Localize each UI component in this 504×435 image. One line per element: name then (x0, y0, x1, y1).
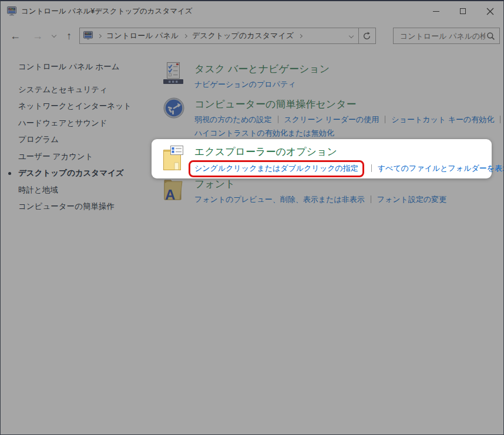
navigation-bar: ← → ↑ コントロール パネル デスクトップのカスタマイズ (1, 21, 503, 50)
category-title-explorer-options[interactable]: エクスプローラーのオプション (194, 145, 337, 159)
task-link-high-contrast[interactable]: ハイコントラストの有効化または無効化 (194, 129, 334, 137)
task-links: 弱視の方のための設定スクリーン リーダーの使用ショートカット キーの有効化 (194, 114, 504, 125)
category-ease-of-access-center: コンピューターの簡単操作センター 弱視の方のための設定スクリーン リーダーの使用… (163, 97, 504, 139)
chevron-right-icon[interactable] (98, 33, 102, 38)
refresh-icon (362, 32, 371, 41)
titlebar: コントロール パネル¥デスクトップのカスタマイズ (1, 1, 503, 21)
task-link-single-double-click[interactable]: シングルクリックまたはダブルクリックの指定 (194, 164, 358, 173)
ease-of-access-icon (163, 97, 184, 139)
sidebar-item-label: ユーザー アカウント (18, 151, 93, 162)
search-icon[interactable] (486, 32, 495, 41)
link-separator (278, 116, 278, 123)
search-input[interactable] (399, 31, 486, 41)
sidebar-item-user-accounts[interactable]: ユーザー アカウント (18, 149, 132, 166)
task-links: ナビゲーションのプロパティ (194, 79, 330, 90)
sidebar-item-clock-region[interactable]: 時計と地域 (18, 182, 132, 199)
maximize-icon (460, 8, 466, 14)
highlight-explorer-options: エクスプローラーのオプション シングルクリックまたはダブルクリックの指定すべての… (152, 139, 492, 178)
link-separator (371, 195, 371, 203)
task-link-low-vision-settings[interactable]: 弱視の方のための設定 (194, 115, 272, 124)
task-links: ハイコントラストの有効化または無効化 (194, 128, 504, 139)
window-controls (422, 1, 503, 21)
active-bullet-icon (8, 172, 11, 175)
sidebar-item-desktop-customization[interactable]: デスクトップのカスタマイズ (18, 165, 132, 182)
refresh-button[interactable] (358, 28, 374, 43)
search-box (393, 28, 500, 44)
minimize-icon (433, 11, 439, 12)
sidebar: コントロール パネル ホーム システムとセキュリティ ネットワークとインターネッ… (18, 59, 132, 215)
control-panel-window: コントロール パネル¥デスクトップのカスタマイズ ← → ↑ (0, 0, 504, 435)
sidebar-item-network-internet[interactable]: ネットワークとインターネット (18, 98, 132, 115)
task-link-show-all-files-folders[interactable]: すべてのファイルとフォルダーを表示 (378, 164, 504, 173)
task-links: フォントのプレビュー、削除、表示または非表示フォント設定の変更 (194, 194, 446, 205)
category-title-ease-of-access-center[interactable]: コンピューターの簡単操作センター (194, 97, 357, 111)
link-separator (385, 116, 385, 123)
sidebar-item-label: システムとセキュリティ (18, 85, 107, 95)
sidebar-item-home[interactable]: コントロール パネル ホーム (18, 59, 132, 76)
recent-pages-chevron-icon[interactable] (52, 32, 56, 37)
breadcrumb: コントロール パネル デスクトップのカスタマイズ (83, 31, 347, 41)
close-button[interactable] (476, 1, 503, 21)
category-fonts: A フォント フォントのプレビュー、削除、表示または非表示フォント設定の変更 (163, 177, 446, 205)
sidebar-item-label: プログラム (18, 134, 59, 145)
address-bar-end (347, 28, 374, 43)
close-icon (486, 8, 494, 15)
link-separator (500, 116, 500, 123)
chevron-right-icon[interactable] (298, 33, 303, 38)
control-panel-icon (83, 31, 93, 41)
task-link-font-settings[interactable]: フォント設定の変更 (377, 195, 447, 204)
fonts-icon: A (163, 177, 184, 205)
sidebar-item-programs[interactable]: プログラム (18, 131, 132, 149)
sidebar-item-system-security[interactable]: システムとセキュリティ (18, 82, 132, 99)
category-title-fonts[interactable]: フォント (194, 177, 236, 191)
window-title: コントロール パネル¥デスクトップのカスタマイズ (21, 6, 193, 16)
back-button[interactable]: ← (10, 31, 21, 41)
explorer-options-icon (163, 145, 184, 174)
forward-button[interactable]: → (32, 31, 43, 41)
sidebar-item-ease-of-access[interactable]: コンピューターの簡単操作 (18, 198, 132, 215)
content-area: コントロール パネル ホーム システムとセキュリティ ネットワークとインターネッ… (1, 50, 503, 434)
address-bar[interactable]: コントロール パネル デスクトップのカスタマイズ (79, 28, 376, 44)
sidebar-item-label: ネットワークとインターネット (18, 101, 132, 112)
sidebar-item-label: デスクトップのカスタマイズ (18, 168, 124, 178)
maximize-button[interactable] (449, 1, 476, 21)
up-button[interactable]: ↑ (66, 31, 72, 41)
link-separator (371, 164, 372, 172)
red-highlight-box: シングルクリックまたはダブルクリックの指定 (189, 160, 364, 177)
sidebar-item-label: ハードウェアとサウンド (18, 118, 107, 129)
breadcrumb-desktop-customization[interactable]: デスクトップのカスタマイズ (192, 31, 294, 41)
address-dropdown-chevron-icon[interactable] (349, 33, 354, 38)
sidebar-item-label: コンピューターの簡単操作 (18, 201, 115, 212)
task-link-font-preview-delete[interactable]: フォントのプレビュー、削除、表示または非表示 (194, 195, 365, 204)
task-links: シングルクリックまたはダブルクリックの指定すべてのファイルとフォルダーを表示 (194, 163, 504, 174)
minimize-button[interactable] (422, 1, 449, 21)
sidebar-item-label: 時計と地域 (18, 185, 58, 195)
task-link-shortcut-keys[interactable]: ショートカット キーの有効化 (391, 115, 494, 124)
category-title-taskbar-navigation[interactable]: タスク バーとナビゲーション (194, 62, 330, 76)
category-taskbar-navigation: タスク バーとナビゲーション ナビゲーションのプロパティ (163, 62, 330, 90)
task-link-navigation-properties[interactable]: ナビゲーションのプロパティ (194, 80, 296, 89)
sidebar-item-hardware-sound[interactable]: ハードウェアとサウンド (18, 115, 132, 132)
chevron-right-icon[interactable] (183, 33, 187, 38)
control-panel-icon (7, 6, 16, 16)
sidebar-item-label: コントロール パネル ホーム (18, 62, 120, 72)
breadcrumb-control-panel[interactable]: コントロール パネル (106, 31, 179, 41)
taskbar-navigation-icon (163, 62, 184, 90)
svg-text:A: A (165, 187, 175, 202)
category-explorer-options: エクスプローラーのオプション シングルクリックまたはダブルクリックの指定すべての… (163, 145, 504, 174)
task-link-screen-reader[interactable]: スクリーン リーダーの使用 (284, 115, 379, 124)
